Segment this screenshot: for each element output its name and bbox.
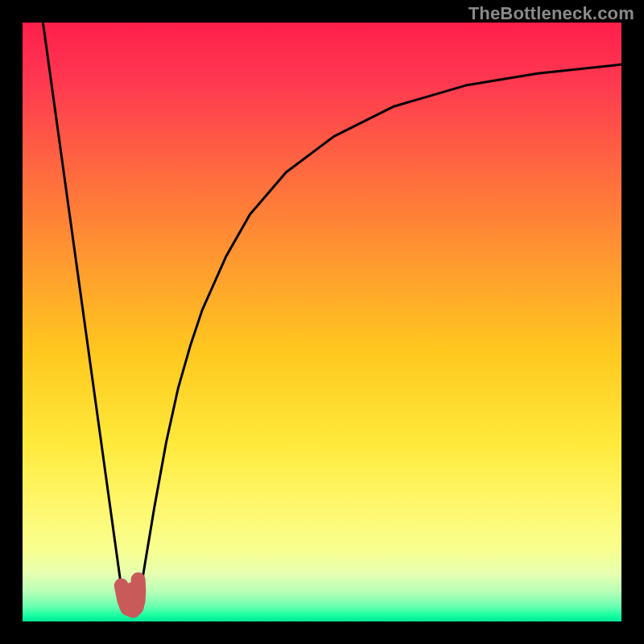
watermark-text: TheBottleneck.com xyxy=(469,3,634,24)
log-curve xyxy=(136,64,621,609)
v-curve xyxy=(40,23,124,609)
curves-layer xyxy=(23,23,621,621)
marker-blob xyxy=(122,580,139,611)
plot-area xyxy=(23,23,621,621)
